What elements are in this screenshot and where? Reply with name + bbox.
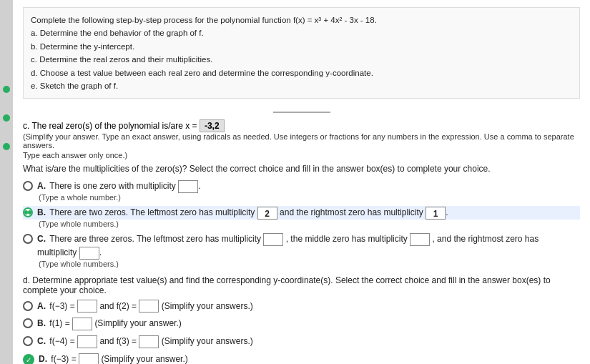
main-content: Complete the following step-by-step proc… <box>13 0 590 364</box>
section-c-options: A. There is one zero with multiplicity .… <box>23 179 580 267</box>
step-b: b. Determine the y-intercept. <box>31 40 572 53</box>
step-a: a. Determine the end behavior of the gra… <box>31 26 572 39</box>
section-c: c. The real zero(s) of the polynomial is… <box>23 121 580 267</box>
option-d-b-row[interactable]: B. f(1) = (Simplify your answer.) <box>23 317 580 330</box>
option-d-b: B. f(1) = (Simplify your answer.) <box>23 317 580 330</box>
input-d-d-val1[interactable] <box>79 353 99 364</box>
simplify-note: (Simplify your answer. Type an exact ans… <box>23 132 580 149</box>
option-c-a-label: A. There is one zero with multiplicity . <box>37 179 201 193</box>
sidebar-dot-3 <box>3 143 10 150</box>
input-d-a-val1[interactable] <box>77 300 97 313</box>
input-c-c-mult3[interactable] <box>79 247 99 260</box>
input-c-c-mult2[interactable] <box>410 233 430 246</box>
section-d-title: d. Determine appropriate test value(s) a… <box>23 275 580 295</box>
step-c: c. Determine the real zeros and their mu… <box>31 53 572 66</box>
option-c-c: C. There are three zeros. The leftmost z… <box>23 232 580 268</box>
divider-bar <box>273 112 330 113</box>
input-d-b-val1[interactable] <box>72 318 92 330</box>
option-d-b-label: B. f(1) = (Simplify your answer.) <box>37 317 182 330</box>
input-c-b-mult2[interactable]: 1 <box>426 207 446 220</box>
option-c-b-row[interactable]: B. There are two zeros. The leftmost zer… <box>23 206 580 220</box>
option-d-a-label: A. f(−3) = and f(2) = (Simplify your ans… <box>37 300 253 313</box>
option-c-b: B. There are two zeros. The leftmost zer… <box>23 206 580 228</box>
instructions-box: Complete the following step-by-step proc… <box>23 7 580 99</box>
option-d-d: ✓ D. f(−3) = (Simplify your answer.) <box>23 353 580 364</box>
input-c-a-mult[interactable] <box>178 180 198 193</box>
left-sidebar <box>0 0 13 364</box>
option-d-c-row[interactable]: C. f(−4) = and f(3) = (Simplify your ans… <box>23 335 580 348</box>
checkmark-d-d: ✓ <box>23 354 34 364</box>
radio-d-c[interactable] <box>23 336 33 346</box>
radio-c-c[interactable] <box>23 234 33 244</box>
step-d: d. Choose a test value between each real… <box>31 67 572 79</box>
option-c-a: A. There is one zero with multiplicity .… <box>23 179 580 202</box>
option-d-a: A. f(−3) = and f(2) = (Simplify your ans… <box>23 300 580 313</box>
option-d-a-row[interactable]: A. f(−3) = and f(2) = (Simplify your ans… <box>23 300 580 313</box>
sub-note-c-a: (Type a whole number.) <box>39 193 580 202</box>
option-d-c: C. f(−4) = and f(3) = (Simplify your ans… <box>23 335 580 348</box>
radio-c-a[interactable] <box>23 181 33 191</box>
page-container: Complete the following step-by-step proc… <box>0 0 590 364</box>
input-c-b-mult1[interactable]: 2 <box>257 207 277 220</box>
step-e: e. Sketch the graph of f. <box>31 79 572 92</box>
zeros-answer: c. The real zero(s) of the polynomial is… <box>23 121 580 131</box>
section-d: d. Determine appropriate test value(s) a… <box>23 275 580 364</box>
option-c-c-row[interactable]: C. There are three zeros. The leftmost z… <box>23 232 580 260</box>
option-c-a-row[interactable]: A. There is one zero with multiplicity . <box>23 179 580 193</box>
instructions-header: Complete the following step-by-step proc… <box>31 14 572 26</box>
sidebar-dot-2 <box>3 114 10 122</box>
option-d-c-label: C. f(−4) = and f(3) = (Simplify your ans… <box>37 335 253 348</box>
multiplicities-question: What is/are the multiplicities of the ze… <box>23 164 580 174</box>
radio-d-a[interactable] <box>23 301 33 311</box>
divider <box>23 106 580 117</box>
option-d-d-row[interactable]: ✓ D. f(−3) = (Simplify your answer.) <box>23 353 580 364</box>
option-d-d-label: D. f(−3) = (Simplify your answer.) <box>39 353 188 364</box>
input-d-c-val1[interactable] <box>77 335 97 348</box>
radio-c-b[interactable] <box>23 207 33 217</box>
option-c-c-label: C. There are three zeros. The leftmost z… <box>37 232 580 260</box>
sidebar-dot-1 <box>3 86 10 93</box>
option-c-b-label: B. There are two zeros. The leftmost zer… <box>37 206 448 220</box>
section-d-options: A. f(−3) = and f(2) = (Simplify your ans… <box>23 300 580 364</box>
zeros-value: -3,2 <box>200 119 225 132</box>
type-note: Type each answer only once.) <box>23 151 580 159</box>
input-d-a-val2[interactable] <box>139 300 159 313</box>
radio-d-b[interactable] <box>23 318 33 328</box>
sub-note-c-c: (Type whole numbers.) <box>39 260 580 268</box>
sub-note-c-b: (Type whole numbers.) <box>39 220 580 228</box>
input-c-c-mult1[interactable] <box>263 233 283 246</box>
input-d-c-val2[interactable] <box>139 335 159 348</box>
zeros-label: c. The real zero(s) of the polynomial is… <box>23 121 197 131</box>
